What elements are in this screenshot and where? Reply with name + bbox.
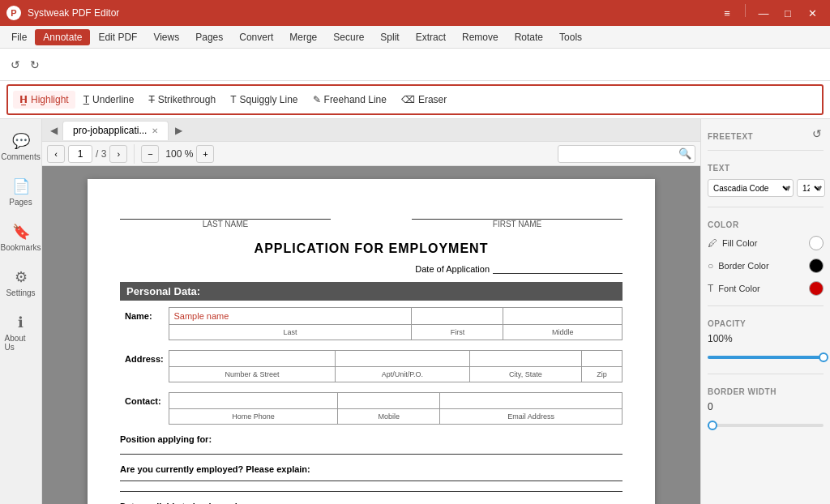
- border-color-row: ○ Border Color: [708, 257, 824, 275]
- menu-bar: File Annotate Edit PDF Views Pages Conve…: [0, 26, 830, 49]
- freehand-button[interactable]: ✎ Freehand Line: [306, 91, 393, 109]
- name-sublabel-middle: Middle: [503, 325, 622, 340]
- app-title: Systweak PDF Editor: [28, 7, 716, 19]
- menu-views[interactable]: Views: [145, 29, 187, 45]
- collapse-right-button[interactable]: ▶: [170, 123, 187, 138]
- app-icon-letter: P: [11, 8, 16, 18]
- menu-annotate[interactable]: Annotate: [35, 29, 90, 45]
- menu-tools[interactable]: Tools: [551, 29, 590, 45]
- menu-split[interactable]: Split: [372, 29, 407, 45]
- divider-2: [708, 207, 824, 207]
- address-table: Address: Number & Street Apt/Unit/P.O. C…: [120, 350, 622, 382]
- minimize-button[interactable]: —: [752, 4, 775, 22]
- font-color-label: Font Color: [718, 284, 804, 293]
- contact-field-label: Contact:: [120, 393, 169, 409]
- toolbar: ↺ ↻: [0, 49, 830, 81]
- menu-extract[interactable]: Extract: [408, 29, 454, 45]
- search-icon[interactable]: 🔍: [678, 147, 691, 160]
- font-family-select[interactable]: Cascadia Code: [708, 179, 794, 197]
- menu-convert[interactable]: Convert: [231, 29, 281, 45]
- underline-icon: T: [83, 94, 89, 105]
- menu-pages[interactable]: Pages: [187, 29, 231, 45]
- contact-sublabel-phone: Home Phone: [169, 409, 338, 425]
- zoom-out-button[interactable]: −: [141, 145, 159, 163]
- border-width-slider-container[interactable]: [708, 417, 824, 434]
- collapse-left-button[interactable]: ◀: [45, 123, 62, 138]
- divider-4: [708, 374, 824, 374]
- strikethrough-button[interactable]: T Strikethrough: [142, 91, 222, 109]
- divider-3: [708, 305, 824, 306]
- font-row: Cascadia Code ▼ 12 ▼: [708, 177, 824, 199]
- menu-edit-pdf[interactable]: Edit PDF: [90, 29, 145, 45]
- name-table: Name: Sample name Last First Middle: [120, 307, 622, 340]
- border-color-label: Border Color: [718, 261, 804, 271]
- name-field-label: Name:: [120, 308, 169, 325]
- eraser-button[interactable]: ⌫ Eraser: [395, 91, 453, 109]
- sidebar-item-bookmarks[interactable]: 🔖 Bookmarks: [2, 216, 41, 258]
- settings-icon: ⚙: [15, 268, 28, 286]
- pdf-page: LAST NAME FIRST NAME APPLICATION FOR EMP…: [88, 179, 655, 504]
- strikethrough-label: Strikethrough: [158, 94, 216, 105]
- font-color-row: T Font Color: [708, 280, 824, 297]
- font-size-select[interactable]: 12: [797, 179, 825, 197]
- nav-separator: [134, 144, 135, 164]
- highlight-button[interactable]: H̲ Highlight: [13, 91, 75, 109]
- menu-file[interactable]: File: [3, 29, 35, 45]
- hamburger-button[interactable]: ≡: [716, 4, 738, 22]
- close-button[interactable]: ✕: [801, 4, 824, 22]
- eraser-label: Eraser: [418, 94, 447, 105]
- undo-button[interactable]: ↺: [6, 56, 24, 74]
- menu-remove[interactable]: Remove: [454, 29, 507, 45]
- right-panel: FREETEXT ↺ TEXT Cascadia Code ▼ 12 ▼ COL…: [700, 119, 830, 504]
- maximize-button[interactable]: □: [777, 4, 799, 22]
- highlight-icon: H̲: [19, 94, 28, 105]
- prev-page-button[interactable]: ‹: [47, 145, 65, 163]
- sample-name-text: Sample name: [174, 311, 229, 321]
- sidebar-label-comments: Comments: [1, 152, 40, 161]
- nav-bar: ‹ / 3 › − 100 % + 🔍: [42, 142, 700, 166]
- border-width-value: 0: [708, 401, 824, 412]
- fill-color-icon: 🖊: [708, 237, 717, 249]
- menu-rotate[interactable]: Rotate: [507, 29, 551, 45]
- fill-color-swatch[interactable]: [809, 236, 824, 250]
- opacity-value: 100%: [708, 333, 824, 344]
- opacity-thumb[interactable]: [819, 352, 828, 362]
- next-page-button[interactable]: ›: [109, 145, 127, 163]
- opacity-slider-container[interactable]: [708, 349, 824, 365]
- sidebar-item-comments[interactable]: 💬 Comments: [2, 126, 41, 168]
- menu-merge[interactable]: Merge: [281, 29, 325, 45]
- bookmarks-icon: 🔖: [12, 223, 30, 241]
- win-divider: [745, 4, 746, 17]
- top-name-headers: LAST NAME FIRST NAME: [120, 203, 622, 229]
- sidebar-label-settings: Settings: [6, 288, 35, 297]
- page-number-input[interactable]: [68, 145, 92, 163]
- title-bar: P Systweak PDF Editor ≡ — □ ✕: [0, 0, 830, 26]
- freehand-icon: ✎: [313, 94, 321, 105]
- address-sublabel-city: City, State: [469, 367, 581, 382]
- underline-label: Underline: [92, 94, 134, 105]
- fill-color-row: 🖊 Fill Color: [708, 234, 824, 252]
- first-name-label: FIRST NAME: [493, 220, 541, 229]
- close-tab-icon[interactable]: ✕: [152, 126, 158, 135]
- menu-secure[interactable]: Secure: [325, 29, 372, 45]
- tab-bar: ◀ pro-jobapplicati... ✕ ▶: [42, 119, 700, 142]
- document-tab[interactable]: pro-jobapplicati... ✕: [62, 121, 169, 140]
- underline-button[interactable]: T Underline: [77, 91, 141, 109]
- search-input[interactable]: [562, 148, 675, 160]
- sidebar-item-pages[interactable]: 📄 Pages: [2, 171, 41, 213]
- border-width-thumb[interactable]: [708, 421, 717, 430]
- redo-button[interactable]: ↻: [26, 56, 44, 74]
- highlight-label: Highlight: [31, 94, 69, 105]
- squiggly-icon: T: [230, 94, 236, 105]
- border-color-swatch[interactable]: [809, 258, 824, 273]
- font-color-swatch[interactable]: [809, 281, 824, 296]
- squiggly-button[interactable]: T Squiggly Line: [224, 91, 304, 109]
- sidebar-item-settings[interactable]: ⚙ Settings: [2, 262, 41, 304]
- zoom-in-button[interactable]: +: [196, 145, 214, 163]
- position-row: Position applying for:: [120, 434, 622, 455]
- sidebar-item-about[interactable]: ℹ About Us: [2, 307, 41, 358]
- annotate-toolbar: H̲ Highlight T Underline T Strikethrough…: [6, 84, 824, 115]
- pdf-viewer[interactable]: LAST NAME FIRST NAME APPLICATION FOR EMP…: [42, 166, 700, 504]
- refresh-button[interactable]: ↺: [811, 126, 824, 142]
- sidebar-label-bookmarks: Bookmarks: [1, 243, 41, 252]
